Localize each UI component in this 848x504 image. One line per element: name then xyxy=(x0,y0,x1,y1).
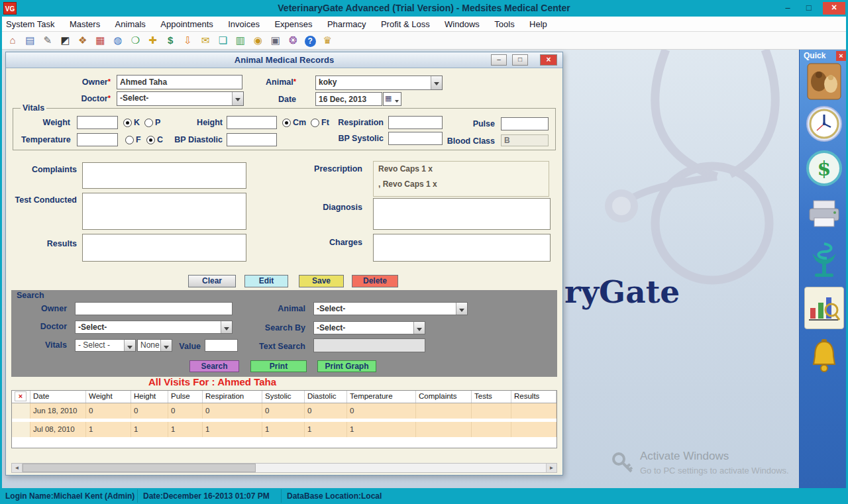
app-close-button[interactable]: × xyxy=(823,2,845,15)
temp-unit-f-radio[interactable] xyxy=(125,136,134,144)
search-by-select[interactable]: -Select- xyxy=(313,321,425,334)
weight-input[interactable] xyxy=(77,116,118,129)
dialog-close-button[interactable]: × xyxy=(540,54,557,66)
quick-billing-icon[interactable]: $ xyxy=(806,150,842,189)
user-icon[interactable]: ♛ xyxy=(320,33,335,48)
temp-unit-c-radio[interactable] xyxy=(146,136,155,144)
weight-unit-k-radio[interactable] xyxy=(123,119,132,127)
treatment-icon[interactable]: ✚ xyxy=(146,33,160,48)
bp-systolic-input[interactable] xyxy=(388,132,443,145)
billing-icon[interactable]: $ xyxy=(163,33,178,48)
column-header-date[interactable]: Date xyxy=(30,391,86,403)
column-header-temperature[interactable]: Temperature xyxy=(347,391,416,403)
search-value-input[interactable] xyxy=(205,339,238,352)
chevron-down-icon[interactable] xyxy=(160,340,172,351)
horizontal-scrollbar[interactable]: ◄ ► xyxy=(11,463,557,473)
menu-item-tools[interactable]: Tools xyxy=(488,17,520,29)
quick-pharmacy-icon[interactable] xyxy=(806,240,842,284)
scroll-right-icon[interactable]: ► xyxy=(546,464,556,472)
chevron-down-icon[interactable] xyxy=(232,92,243,105)
schedule-icon[interactable]: ▦ xyxy=(93,33,107,48)
delete-row-icon[interactable]: × xyxy=(15,391,26,401)
dialog-maximize-button[interactable]: □ xyxy=(512,54,528,66)
pulse-input[interactable] xyxy=(501,117,549,130)
clinic-icon[interactable]: ⌂ xyxy=(5,33,20,48)
mail-icon[interactable]: ✉ xyxy=(198,33,213,48)
lab-icon[interactable]: ◩ xyxy=(58,33,72,48)
globe-icon[interactable]: ◍ xyxy=(111,33,125,48)
column-header-complaints[interactable]: Complaints xyxy=(416,391,472,403)
row-selector-cell[interactable] xyxy=(12,422,30,437)
quick-panel-close-button[interactable]: × xyxy=(836,51,846,61)
menu-item-masters[interactable]: Masters xyxy=(64,17,106,29)
scroll-left-icon[interactable]: ◄ xyxy=(12,464,23,472)
search-vitals-select[interactable]: - Select - xyxy=(75,339,136,352)
search-vitals-modifier-select[interactable]: None xyxy=(137,339,172,352)
height-input[interactable] xyxy=(227,116,277,129)
quick-reminders-bell-icon[interactable] xyxy=(810,338,839,377)
quick-clock-icon[interactable] xyxy=(806,105,843,145)
column-header-pulse[interactable]: Pulse xyxy=(168,391,203,403)
quick-medical-records-icon[interactable] xyxy=(804,287,844,329)
height-unit-cm-radio[interactable] xyxy=(282,119,291,127)
app-minimize-button[interactable]: – xyxy=(778,2,798,15)
menu-item-profit-loss[interactable]: Profit & Loss xyxy=(375,17,436,29)
column-header-results[interactable]: Results xyxy=(511,391,556,403)
complaints-textarea[interactable] xyxy=(82,162,246,189)
text-search-input[interactable] xyxy=(313,338,425,352)
save-button[interactable]: Save xyxy=(299,275,344,287)
search-owner-input[interactable] xyxy=(75,302,233,315)
animal-select[interactable]: koky xyxy=(315,76,443,90)
edit-button[interactable]: Edit xyxy=(244,275,288,287)
chevron-down-icon[interactable] xyxy=(221,321,232,333)
charges-textarea[interactable] xyxy=(373,234,551,262)
menu-item-invoices[interactable]: Invoices xyxy=(222,17,266,29)
column-header-respiration[interactable]: Respiration xyxy=(203,391,262,403)
date-input[interactable] xyxy=(315,92,382,106)
print-button[interactable]: Print xyxy=(250,360,307,372)
search-doctor-select[interactable]: -Select- xyxy=(75,321,233,334)
temperature-input[interactable] xyxy=(77,133,118,146)
quick-printer-icon[interactable] xyxy=(808,198,841,232)
search-animal-select[interactable]: -Select- xyxy=(313,302,468,315)
export-icon[interactable]: ⇩ xyxy=(181,33,195,48)
menu-item-windows[interactable]: Windows xyxy=(439,17,486,29)
row-selector-cell[interactable] xyxy=(12,403,30,419)
report-icon[interactable]: ❏ xyxy=(215,33,230,48)
menu-item-pharmacy[interactable]: Pharmacy xyxy=(321,17,372,29)
table-row[interactable]: Jun 18, 2010 0 0 0 0 0 0 0 xyxy=(12,403,556,419)
pen-icon[interactable]: ✎ xyxy=(40,33,55,48)
menu-item-help[interactable]: Help xyxy=(523,17,553,29)
doctor-select[interactable]: -Select- xyxy=(117,91,244,106)
diagnosis-textarea[interactable] xyxy=(373,198,551,230)
quick-pets-icon[interactable] xyxy=(807,63,841,103)
app-maximize-button[interactable]: □ xyxy=(799,2,819,15)
weight-unit-p-radio[interactable] xyxy=(144,119,153,127)
height-unit-ft-radio[interactable] xyxy=(311,119,319,127)
owner-input[interactable] xyxy=(117,75,242,89)
test-conducted-textarea[interactable] xyxy=(82,193,246,230)
animals-icon[interactable]: ❖ xyxy=(76,33,90,48)
menu-item-animals[interactable]: Animals xyxy=(109,17,152,29)
dialog-titlebar[interactable]: Animal Medical Records – □ × xyxy=(6,52,562,68)
coins-icon[interactable]: ◉ xyxy=(250,33,265,48)
column-header-systolic[interactable]: Systolic xyxy=(262,391,305,403)
results-textarea[interactable] xyxy=(82,234,246,262)
cash-icon[interactable]: ▥ xyxy=(233,33,248,48)
column-header-height[interactable]: Height xyxy=(131,391,168,403)
bp-diastolic-input[interactable] xyxy=(227,133,277,146)
search-icon[interactable]: ❍ xyxy=(128,33,142,48)
column-header-diastolic[interactable]: Diastolic xyxy=(305,391,347,403)
help-icon[interactable]: ? xyxy=(305,36,316,47)
table-row[interactable]: Jul 08, 2010 1 1 1 1 1 1 1 xyxy=(12,422,556,437)
date-picker-button[interactable]: ▦ xyxy=(383,92,401,106)
clear-button[interactable]: Clear xyxy=(188,275,236,287)
column-header-weight[interactable]: Weight xyxy=(86,391,131,403)
print-icon[interactable]: ▣ xyxy=(268,33,283,48)
menu-item-expenses[interactable]: Expenses xyxy=(268,17,318,29)
menu-item-system-task[interactable]: System Task xyxy=(0,17,60,29)
delete-column-header[interactable]: × xyxy=(12,391,30,403)
menu-item-appointments[interactable]: Appointments xyxy=(154,17,219,29)
chevron-down-icon[interactable] xyxy=(124,340,135,351)
prescription-box[interactable]: Revo Caps 1 x , Revo Caps 1 x xyxy=(373,161,549,197)
